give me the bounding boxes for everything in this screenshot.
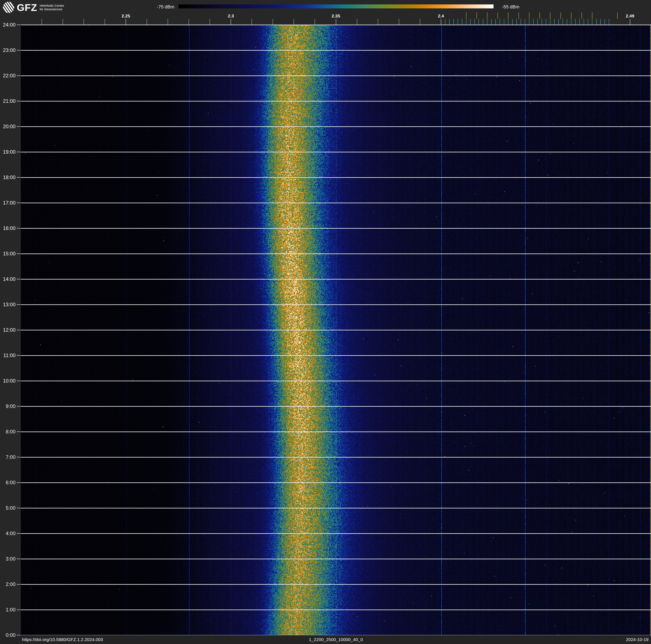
hour-gridline bbox=[21, 584, 651, 585]
hour-label: 11:00 bbox=[3, 352, 16, 358]
freq-major-tick bbox=[441, 19, 441, 25]
freq-tick-label: 2.25 bbox=[122, 13, 130, 19]
freq-tick-label: 2.35 bbox=[332, 13, 340, 19]
hour-label: 7:00 bbox=[6, 454, 16, 460]
ble-channel-tick bbox=[554, 19, 555, 25]
freq-tick-label: 2.4 bbox=[438, 13, 444, 19]
hour-gridline bbox=[21, 101, 651, 101]
ble-channel-tick bbox=[541, 19, 542, 25]
hour-gridline bbox=[21, 559, 651, 559]
hour-gridline bbox=[21, 355, 651, 356]
freq-minor-tick bbox=[167, 19, 168, 25]
ble-channel-tick bbox=[571, 19, 571, 25]
freq-minor-tick bbox=[189, 19, 189, 25]
ble-channel-tick bbox=[487, 19, 488, 25]
hour-tick bbox=[17, 584, 20, 585]
hour-gridline bbox=[21, 533, 651, 534]
freq-minor-tick bbox=[399, 19, 399, 25]
logo-brand-text: GFZ bbox=[17, 2, 37, 13]
hour-gridline bbox=[21, 406, 651, 407]
hour-tick bbox=[17, 279, 20, 279]
ble-channel-tick bbox=[584, 19, 584, 25]
wifi-channel-tick bbox=[529, 12, 529, 19]
hour-tick bbox=[17, 559, 20, 559]
ble-channel-tick bbox=[529, 19, 529, 25]
hour-label: 14:00 bbox=[3, 276, 16, 282]
hour-tick bbox=[17, 228, 20, 229]
hour-tick bbox=[17, 635, 20, 635]
hour-label: 21:00 bbox=[3, 98, 16, 104]
ble-channel-tick bbox=[445, 19, 445, 25]
hour-tick bbox=[17, 25, 20, 25]
hour-label: 5:00 bbox=[6, 505, 16, 511]
hour-label: 10:00 bbox=[3, 378, 16, 384]
freq-minor-tick bbox=[378, 19, 378, 25]
ble-channel-tick bbox=[537, 19, 538, 25]
hour-gridline bbox=[21, 254, 651, 254]
wifi-channel-tick bbox=[487, 12, 488, 19]
freq-minor-tick bbox=[293, 19, 294, 25]
wifi-channel-tick bbox=[560, 12, 561, 19]
ble-channel-tick bbox=[563, 19, 563, 25]
ble-channel-tick bbox=[609, 19, 609, 25]
ble-channel-tick bbox=[454, 19, 454, 25]
hour-tick bbox=[17, 406, 20, 407]
wifi-channel-tick bbox=[519, 12, 519, 19]
wifi-channel-tick bbox=[508, 12, 508, 19]
hour-gridline bbox=[21, 50, 651, 51]
hour-tick bbox=[17, 610, 20, 610]
spectrogram-plot-area bbox=[21, 25, 651, 635]
hour-label: 22:00 bbox=[3, 73, 16, 79]
hour-gridline bbox=[21, 508, 651, 508]
spectrogram-page: GFZ Helmholtz Centre for Geosciences -75… bbox=[0, 0, 651, 644]
wifi-channel-tick bbox=[539, 12, 540, 19]
freq-major-tick bbox=[630, 19, 630, 25]
hour-label: 9:00 bbox=[6, 403, 16, 409]
hour-label: 17:00 bbox=[3, 200, 16, 206]
hour-label: 0:00 bbox=[6, 632, 16, 638]
freq-minor-tick bbox=[63, 19, 63, 25]
hour-tick bbox=[17, 381, 20, 381]
wifi-channel-tick bbox=[617, 12, 618, 19]
wifi-channel-tick bbox=[582, 12, 582, 19]
wifi-channel-tick bbox=[592, 12, 592, 19]
hour-gridline bbox=[21, 203, 651, 203]
hour-label: 8:00 bbox=[6, 429, 16, 435]
freq-minor-tick bbox=[84, 19, 84, 25]
hour-label: 15:00 bbox=[3, 251, 16, 257]
ble-channel-tick bbox=[533, 19, 534, 25]
hour-gridline bbox=[21, 228, 651, 229]
ble-channel-tick bbox=[567, 19, 567, 25]
hour-label: 19:00 bbox=[3, 149, 16, 155]
hour-gridline bbox=[21, 76, 651, 76]
ble-channel-tick bbox=[604, 19, 605, 25]
hour-label: 1:00 bbox=[6, 607, 16, 613]
ble-channel-tick bbox=[466, 19, 466, 25]
hour-tick bbox=[17, 177, 20, 178]
freq-minor-tick bbox=[315, 19, 315, 25]
freq-minor-tick bbox=[41, 19, 42, 25]
ble-channel-tick bbox=[508, 19, 508, 25]
header-bar: GFZ Helmholtz Centre for Geosciences -75… bbox=[0, 0, 651, 25]
freq-minor-tick bbox=[252, 19, 252, 25]
gfz-logo: GFZ Helmholtz Centre for Geosciences bbox=[3, 1, 64, 13]
hour-tick bbox=[17, 101, 20, 101]
hour-gridline bbox=[21, 304, 651, 305]
ble-channel-tick bbox=[575, 19, 576, 25]
hour-label: 13:00 bbox=[3, 302, 16, 308]
hour-gridline bbox=[21, 432, 651, 432]
dataset-id-text: 1_2200_2500_10000_40_0 bbox=[21, 637, 651, 642]
ble-channel-tick bbox=[478, 19, 479, 25]
hour-tick bbox=[17, 432, 20, 432]
hour-gridline bbox=[21, 482, 651, 483]
ble-channel-tick bbox=[483, 19, 483, 25]
hour-gridline bbox=[21, 25, 651, 25]
hour-tick bbox=[17, 152, 20, 152]
date-label: 2024-10-19 bbox=[626, 637, 649, 642]
freq-minor-tick bbox=[210, 19, 210, 25]
hour-gridline bbox=[21, 279, 651, 280]
hour-label: 12:00 bbox=[3, 327, 16, 333]
wifi-channel-tick bbox=[476, 12, 477, 19]
ble-channel-tick bbox=[592, 19, 592, 25]
wifi-channel-tick bbox=[466, 12, 466, 19]
